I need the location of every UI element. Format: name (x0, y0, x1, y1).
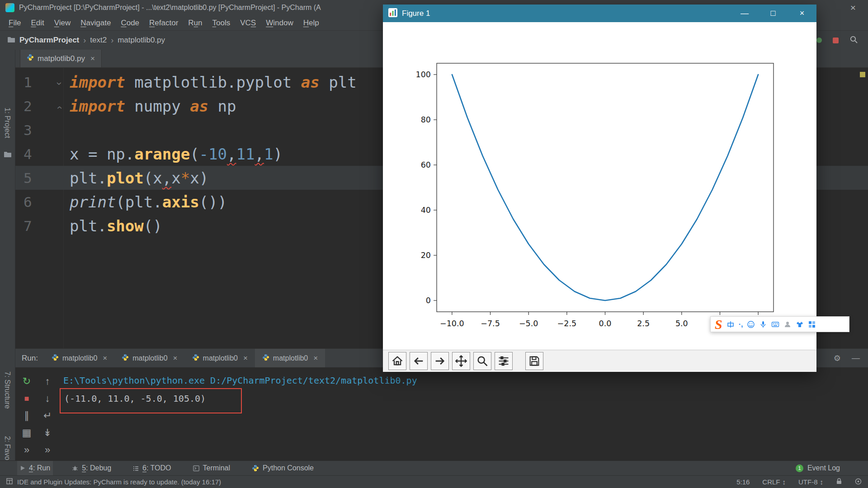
restore-layout-icon[interactable]: ▦ (22, 428, 32, 438)
toolwindow-todo-button[interactable]: 6: TODO (130, 461, 174, 476)
next-occurrence-icon[interactable]: ↓ (45, 394, 50, 404)
code-token: x (171, 169, 180, 187)
sidebar-item-structure[interactable]: 7: Structure (3, 371, 11, 409)
toolwindow-debug-button[interactable]: 5: Debug (69, 461, 114, 476)
fold-marker-icon[interactable]: › (53, 82, 65, 85)
figure-title-bar[interactable]: Figure 1 — □ × (383, 5, 816, 22)
inspection-marker-icon[interactable] (860, 72, 865, 77)
back-button[interactable] (410, 352, 428, 370)
close-tab-icon[interactable]: × (243, 354, 248, 363)
run-icon (20, 465, 25, 471)
editor-tab[interactable]: matplotlib0.py × (20, 50, 102, 67)
run-tab[interactable]: matplotlib0× (44, 349, 114, 367)
code-token: , (255, 145, 264, 163)
status-bar: IDE and Plugin Updates: PyCharm is ready… (0, 475, 868, 488)
menu-item-refactor[interactable]: Refactor (144, 19, 183, 28)
menu-item-vcs[interactable]: VCS (235, 19, 261, 28)
scroll-to-end-icon[interactable]: ↡ (43, 428, 52, 438)
close-tab-icon[interactable]: × (103, 354, 107, 363)
window-close-icon[interactable]: × (844, 2, 863, 13)
search-everywhere-icon[interactable] (849, 35, 858, 46)
save-button[interactable] (525, 352, 543, 370)
toolwindow-run-button[interactable]: 4: Run (17, 461, 53, 476)
more-options-2-icon[interactable]: » (45, 445, 50, 455)
rerun-icon[interactable]: ↻ (23, 376, 31, 386)
skin-icon[interactable] (796, 320, 804, 328)
prev-occurrence-icon[interactable]: ↑ (45, 376, 50, 386)
run-tab[interactable]: matplotlib0× (114, 349, 184, 367)
toolbox-icon[interactable] (808, 320, 816, 328)
toolwindow-switcher-icon[interactable] (6, 478, 13, 486)
virtual-keyboard-icon[interactable] (771, 320, 779, 328)
home-button[interactable] (388, 352, 406, 370)
toolwindow-label: Python Console (263, 464, 314, 472)
plot-frame (437, 63, 774, 312)
chinese-mode-icon[interactable] (726, 320, 735, 328)
toolwindow-terminal-button[interactable]: Terminal (190, 461, 233, 476)
breadcrumb-file[interactable]: matplotlib0.py (118, 36, 165, 45)
menu-item-navigate[interactable]: Navigate (75, 19, 116, 28)
toolwindow-bar: 4: Run5: Debug6: TODOTerminalPython Cons… (0, 460, 868, 475)
menu-item-help[interactable]: Help (298, 19, 324, 28)
encoding-selector[interactable]: UTF-8↕ (798, 478, 823, 486)
figure-title: Figure 1 (402, 9, 430, 18)
figure-canvas[interactable]: −10.0−7.5−5.0−2.50.02.55.07.510.00204060… (383, 22, 816, 350)
maximize-button[interactable]: □ (769, 9, 777, 18)
configure-button[interactable] (495, 352, 513, 370)
menu-item-view[interactable]: View (49, 19, 76, 28)
run-tab[interactable]: matplotlib0× (185, 349, 255, 367)
close-tab-icon[interactable]: × (90, 54, 95, 63)
emoji-icon[interactable] (747, 320, 755, 328)
minimize-button[interactable]: — (741, 9, 748, 18)
code-token: ) (273, 145, 282, 163)
settings-gear-icon[interactable]: ⚙ (834, 353, 841, 363)
stop-icon[interactable]: ■ (24, 394, 29, 403)
run-tab[interactable]: matplotlib0× (255, 349, 325, 367)
punctuation-mode-icon[interactable]: ·, (739, 320, 743, 328)
code-token: (x (144, 169, 162, 187)
close-tab-icon[interactable]: × (173, 354, 178, 363)
event-log-button[interactable]: 1 Event Log (796, 464, 840, 472)
line-ending-selector[interactable]: CRLF↕ (762, 478, 786, 486)
status-message[interactable]: IDE and Plugin Updates: PyCharm is ready… (17, 478, 221, 486)
pan-button[interactable] (452, 352, 470, 370)
pause-output-icon[interactable]: ∥ (24, 411, 29, 421)
line-number: 3 (15, 122, 63, 138)
soft-wrap-icon[interactable]: ↵ (43, 411, 52, 421)
code-token: arange (134, 145, 190, 163)
close-tab-icon[interactable]: × (313, 354, 318, 363)
code-token: as (301, 73, 320, 91)
menu-item-edit[interactable]: Edit (26, 19, 49, 28)
run-status-icon[interactable] (816, 38, 822, 43)
more-options-1-icon[interactable]: » (24, 445, 29, 455)
sidebar-item-project[interactable]: 1: Project (3, 108, 11, 138)
toolwindow-python-button[interactable]: Python Console (249, 461, 316, 476)
toolwindow-left: 4: Run5: Debug6: TODOTerminalPython Cons… (17, 461, 316, 476)
console-out-line: (-11.0, 11.0, -5.0, 105.0) (63, 387, 417, 413)
y-tick-label: 100 (416, 70, 431, 79)
menu-item-file[interactable]: File (4, 19, 26, 28)
editor-tab-label: matplotlib0.py (38, 54, 85, 63)
menu-item-tools[interactable]: Tools (208, 19, 236, 28)
menu-item-code[interactable]: Code (116, 19, 144, 28)
breadcrumb-folder[interactable]: text2 (90, 36, 107, 45)
run-tab-label: matplotlib0 (273, 354, 308, 362)
left-tool-stripe: 1: Project 7: Structure 2: Favorites ★ (0, 50, 15, 460)
breadcrumb-project[interactable]: PyCharmProject (19, 36, 79, 45)
zoom-button[interactable] (473, 352, 491, 370)
hide-panel-icon[interactable]: — (852, 353, 860, 363)
menu-item-window[interactable]: Window (261, 19, 298, 28)
stop-icon[interactable] (833, 38, 839, 43)
fold-marker-icon[interactable]: › (53, 106, 65, 109)
sogou-input-bar[interactable]: S ·, (710, 316, 849, 332)
readonly-lock-icon[interactable] (836, 478, 842, 486)
caret-position[interactable]: 5:16 (736, 478, 750, 486)
close-button[interactable]: × (798, 9, 806, 18)
inspection-profile-icon[interactable] (855, 478, 862, 486)
forward-button[interactable] (431, 352, 449, 370)
code-token: x) (190, 169, 208, 187)
code-token: plt. (70, 217, 107, 235)
microphone-icon[interactable] (759, 320, 767, 328)
profile-icon[interactable] (783, 320, 792, 328)
menu-item-run[interactable]: Run (183, 19, 207, 28)
